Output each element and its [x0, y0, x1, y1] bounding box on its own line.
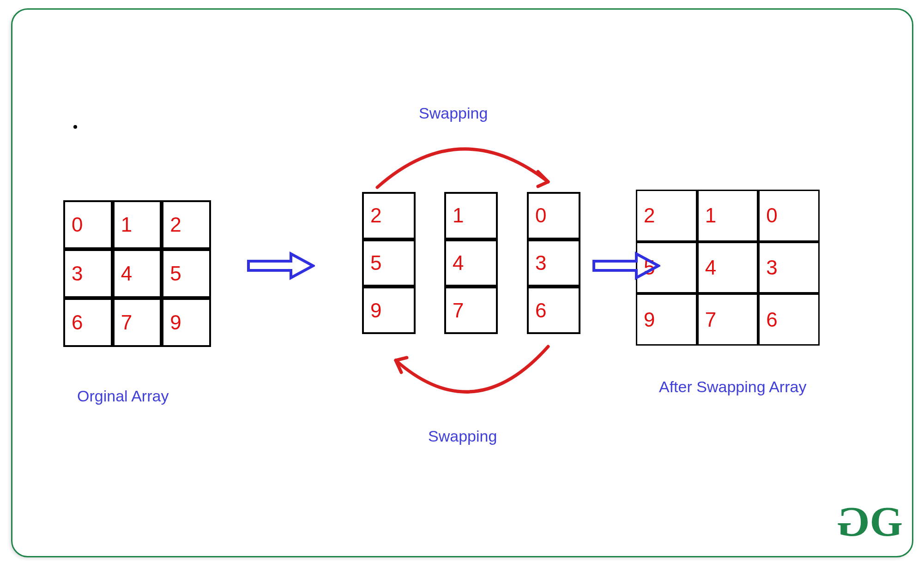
grid-cell: 2 [162, 200, 211, 249]
after-array-grid: 2 1 0 5 4 3 9 7 6 [636, 190, 820, 346]
grid-cell: 4 [697, 242, 759, 294]
original-array-label: Orginal Array [77, 387, 169, 405]
grid-cell: 1 [113, 200, 162, 249]
flow-arrow-icon-2 [592, 251, 660, 281]
middle-column-3: 0 3 6 [527, 192, 580, 334]
grid-cell: 2 [636, 190, 697, 242]
grid-cell: 5 [162, 249, 211, 298]
grid-cell: 1 [444, 192, 498, 239]
grid-cell: 0 [527, 192, 580, 239]
grid-cell: 9 [362, 287, 416, 334]
stray-dot [73, 125, 77, 129]
grid-cell: 9 [162, 298, 211, 347]
grid-cell: 2 [362, 192, 416, 239]
flow-arrow-icon-1 [247, 251, 315, 281]
logo-g-left: G [844, 497, 870, 546]
grid-cell: 0 [63, 200, 113, 249]
middle-column-1: 2 5 9 [362, 192, 416, 334]
grid-cell: 9 [636, 293, 697, 346]
grid-cell: 1 [697, 190, 759, 242]
grid-cell: 5 [362, 239, 416, 287]
grid-cell: 7 [444, 287, 498, 334]
grid-cell: 3 [63, 249, 113, 298]
original-array-grid: 0 1 2 3 4 5 6 7 9 [63, 200, 211, 347]
grid-cell: 0 [758, 190, 820, 242]
after-array-label: After Swapping Array [659, 378, 806, 396]
grid-cell: 7 [113, 298, 162, 347]
geeksforgeeks-logo: G G [844, 497, 895, 546]
grid-cell: 3 [758, 242, 820, 294]
grid-cell: 3 [527, 239, 580, 287]
swapping-label-top: Swapping [419, 104, 488, 122]
grid-cell: 6 [758, 293, 820, 346]
swap-arrow-bottom-icon [382, 342, 562, 420]
grid-cell: 4 [444, 239, 498, 287]
grid-cell: 6 [527, 287, 580, 334]
middle-column-2: 1 4 7 [444, 192, 498, 334]
diagram-frame: Swapping Swapping Orginal Array After Sw… [11, 8, 913, 557]
swap-arrow-top-icon [363, 127, 562, 192]
swapping-label-bottom: Swapping [428, 427, 497, 445]
logo-g-right: G [870, 497, 895, 546]
grid-cell: 7 [697, 293, 759, 346]
grid-cell: 6 [63, 298, 113, 347]
grid-cell: 4 [113, 249, 162, 298]
